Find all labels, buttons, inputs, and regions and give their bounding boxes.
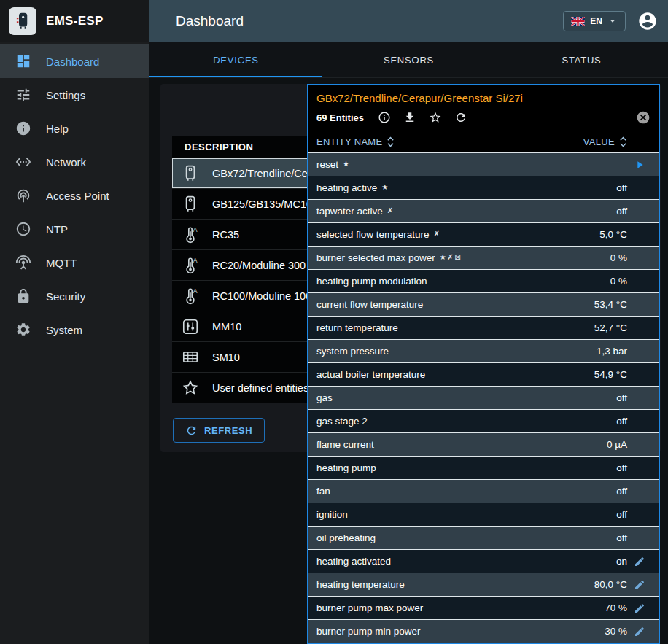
entity-row[interactable]: system pressure 1,3 bar [308,340,659,363]
sidebar-item-network[interactable]: Network [0,145,149,179]
device-label: RC35 [212,229,239,241]
entity-row[interactable]: flame current 0 µA [308,433,659,457]
entity-row[interactable]: burner pump min power 30 % [308,620,659,643]
sidebar-item-settings[interactable]: Settings [0,78,149,112]
entity-table-header: ENTITY NAME VALUE [308,131,659,153]
thermostat-icon: A [179,285,201,307]
entity-row[interactable]: gas stage 2 off [308,410,659,433]
entity-row[interactable]: burner pump max power 70 % [308,597,659,620]
entity-row[interactable]: oil preheating off [308,527,659,550]
svg-text:A: A [193,287,198,294]
value-column-label: VALUE [583,136,615,147]
sort-entity-name[interactable]: ENTITY NAME [316,136,395,148]
entities-toolbar: 69 Entities [308,106,659,131]
entity-name: heating activated [316,556,616,567]
sidebar-item-help[interactable]: Help [0,112,149,145]
entity-table-body: reset ★ heating active ★ off [308,153,659,643]
info-icon[interactable] [378,111,391,124]
entity-name: burner selected max power ★✗⊠ [316,252,610,263]
edit-icon[interactable] [634,556,645,567]
entity-name-text: burner pump min power [316,626,421,637]
account-button[interactable] [637,11,658,31]
tab-status[interactable]: STATUS [495,42,668,77]
sidebar-item-security[interactable]: Security [0,279,149,313]
svg-text:A: A [193,256,198,263]
entity-action-cell[interactable] [627,159,652,171]
download-icon[interactable] [403,111,416,124]
sidebar-item-ntp[interactable]: NTP [0,212,149,246]
entity-value: off [616,392,627,403]
custom-entities-icon [179,377,201,399]
entity-name-text: actual boiler temperature [316,369,425,380]
entity-row[interactable]: heating pump modulation 0 % [308,270,659,293]
entity-row[interactable]: gas off [308,387,659,410]
entity-name-text: heating activated [316,556,391,567]
entity-row[interactable]: return temperature 52,7 °C [308,317,659,340]
entity-name: ignition [316,509,616,520]
entity-value: off [616,416,627,427]
uk-flag-icon [571,17,585,26]
boiler-icon [179,163,201,185]
gear-icon [15,322,31,338]
entity-value: 80,0 °C [594,579,627,590]
entity-row[interactable]: reset ★ [308,153,659,176]
device-label: RC100/Moduline 100 [212,290,311,302]
entity-name-text: fan [316,486,330,497]
entity-row[interactable]: current flow temperature 53,4 °C [308,293,659,317]
sidebar-item-label: Network [46,156,86,168]
entity-row[interactable]: ignition off [308,503,659,527]
entity-action-cell[interactable] [627,556,652,567]
entity-name-text: system pressure [316,346,389,357]
entity-name: burner pump max power [316,602,605,613]
close-icon[interactable] [636,110,650,125]
mixer-icon [179,316,201,338]
refresh-button[interactable]: REFRESH [173,418,265,443]
sort-value[interactable]: VALUE [583,136,627,148]
sidebar-item-label: Security [46,290,85,303]
entity-action-cell[interactable] [627,579,652,591]
tab-bar: DEVICES SENSORS STATUS [149,42,668,78]
entity-row[interactable]: burner selected max power ★✗⊠ 0 % [308,247,659,270]
entity-value: 54,9 °C [594,369,627,380]
edit-icon[interactable] [634,579,645,591]
entity-action-cell[interactable] [627,602,652,614]
sidebar-item-access-point[interactable]: Access Point [0,179,149,212]
entity-row[interactable]: heating activated on [308,550,659,573]
entity-name-text: gas [316,392,333,403]
entity-name: reset ★ [316,159,627,170]
language-selector-button[interactable]: EN [563,11,626,31]
edit-icon[interactable] [634,602,645,614]
entity-name: gas stage 2 [316,416,616,427]
entity-name-text: oil preheating [316,532,376,543]
tab-sensors[interactable]: SENSORS [322,42,495,77]
entity-name-text: current flow temperature [316,299,423,310]
entity-action-cell[interactable] [627,626,652,637]
tune-icon [15,87,31,103]
entity-row[interactable]: selected flow temperature ✗ 5,0 °C [308,223,659,247]
entity-row[interactable]: heating pump off [308,457,659,480]
entity-name: gas [316,392,616,403]
chevron-down-icon [607,16,618,26]
entity-flag-icons: ★ [343,160,350,168]
page-title: Dashboard [176,13,244,29]
tab-devices[interactable]: DEVICES [149,42,322,77]
entity-flag-icons: ✗ [387,206,395,214]
sidebar-item-system[interactable]: System [0,313,149,346]
entity-row[interactable]: fan off [308,480,659,503]
entity-name-text: gas stage 2 [316,416,368,427]
entity-value: 5,0 °C [599,229,627,240]
play-icon[interactable] [634,159,645,171]
entity-name: selected flow temperature ✗ [316,229,599,240]
entity-row[interactable]: heating active ★ off [308,176,659,200]
entity-row[interactable]: heating temperature 80,0 °C [308,573,659,597]
entity-row[interactable]: tapwater active ✗ off [308,200,659,223]
sidebar-item-dashboard[interactable]: Dashboard [0,44,149,78]
refresh-icon[interactable] [454,111,467,124]
entity-value: on [616,556,627,567]
sidebar-item-mqtt[interactable]: MQTT [0,246,149,279]
solar-panel-icon [179,346,201,368]
star-icon[interactable] [429,111,442,124]
entity-row[interactable]: actual boiler temperature 54,9 °C [308,363,659,387]
entity-name: heating pump modulation [316,276,610,287]
edit-icon[interactable] [634,626,645,637]
